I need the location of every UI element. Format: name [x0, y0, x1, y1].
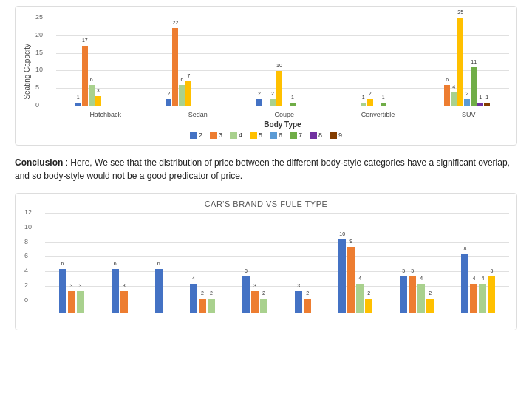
grid-label: 15	[35, 49, 43, 56]
bar: 11	[471, 67, 477, 106]
bar2: 4	[417, 284, 425, 313]
grid-label: 20	[35, 31, 43, 38]
bar: 6	[89, 85, 95, 106]
bar2: 2	[199, 299, 206, 313]
bar2: 6	[59, 269, 66, 313]
bar: 1	[381, 103, 386, 106]
bar2: 2	[208, 299, 215, 313]
bar2-value-label: 3	[297, 283, 300, 288]
legend-item: 3	[210, 132, 222, 139]
legend-color-swatch	[270, 132, 277, 139]
bar-value-label: 1	[485, 95, 488, 100]
bar-group2: 32	[295, 291, 311, 313]
bar2-value-label: 4	[192, 276, 195, 281]
x-axis-group-label: Coupe	[274, 111, 294, 118]
conclusion-section: Conclusion : Here, We see that the distr…	[15, 156, 517, 183]
legend-item: 9	[330, 132, 342, 139]
legend-label: 4	[239, 132, 242, 139]
bar-group-bars: 22267	[166, 28, 218, 106]
bar-group: 121	[347, 99, 400, 106]
bar-value-label: 22	[172, 20, 178, 25]
bar: 3	[95, 96, 101, 106]
conclusion-text: Here, We see that the distribution of pr…	[15, 157, 510, 181]
bar-value-label: 10	[276, 63, 282, 68]
bar-chart-area2: 121086420 633636422532321094255428445	[23, 213, 509, 324]
bar2: 3	[251, 291, 259, 313]
bar: 1	[484, 103, 490, 106]
page-container: Seating Capacity 2520151050 117632226722…	[0, 0, 532, 336]
bar-group2: 422	[190, 284, 215, 313]
bar-value-label: 25	[457, 10, 463, 15]
grid-label: 0	[24, 296, 28, 304]
legend-item: 4	[230, 132, 242, 139]
bar: 7	[185, 81, 191, 106]
legend-color-swatch	[230, 132, 237, 139]
bar-value-label: 1	[362, 95, 365, 100]
grid-label: 10	[24, 223, 32, 231]
bar2: 6	[155, 269, 163, 313]
bar-value-label: 4	[452, 84, 455, 89]
y-axis-label: Seating Capacity	[23, 44, 31, 100]
bar2-value-label: 6	[114, 261, 117, 266]
bar2-value-label: 4	[481, 276, 484, 281]
bar-group: 22101	[256, 71, 309, 106]
bar2: 5	[488, 276, 495, 313]
grid-line: 12	[45, 213, 509, 214]
bar2: 4	[190, 284, 197, 313]
bar2-value-label: 3	[70, 283, 73, 288]
legend-color-swatch	[210, 132, 217, 139]
bar2: 3	[77, 291, 84, 313]
legend-item: 5	[250, 132, 262, 139]
bar-group2: 532	[242, 276, 267, 313]
bar-group-bars: 121	[347, 99, 400, 106]
bar2-value-label: 3	[79, 283, 82, 288]
bar2: 10	[338, 239, 346, 313]
legend-label: 2	[199, 132, 202, 139]
bar-value-label: 3	[97, 88, 100, 93]
legend-label: 9	[338, 132, 342, 139]
bar-group: 11763	[75, 46, 128, 106]
bar2: 3	[120, 291, 128, 313]
bar: 2	[256, 99, 262, 106]
legend-color-swatch	[290, 132, 297, 139]
bar-group: 22267	[166, 28, 218, 106]
bar2-value-label: 2	[201, 290, 204, 296]
chart2-title: CAR'S BRAND VS FULE TYPE	[23, 200, 509, 208]
bar-groups-row2: 633636422532321094255428445	[45, 225, 509, 313]
conclusion-colon: :	[63, 157, 70, 168]
legend-color-swatch	[190, 132, 197, 139]
bar2: 4	[356, 284, 364, 313]
legend-item: 8	[310, 132, 322, 139]
grid-label: 12	[24, 208, 32, 216]
bar-group-bars: 642521111	[437, 18, 490, 106]
bar: 2	[464, 99, 470, 106]
bar: 25	[457, 18, 463, 106]
bar: 10	[276, 71, 282, 106]
x-axis-group-label: Sedan	[188, 111, 208, 118]
bar2: 5	[400, 276, 407, 313]
bar2-value-label: 5	[490, 268, 493, 273]
bar2: 5	[409, 276, 416, 313]
grid-label: 4	[24, 267, 28, 274]
legend-item: 2	[190, 132, 202, 139]
bar-value-label: 2	[466, 91, 468, 96]
bar2-value-label: 4	[420, 276, 423, 281]
grid-label: 10	[35, 66, 43, 73]
bar2: 2	[426, 299, 434, 313]
bar2-value-label: 2	[429, 290, 432, 296]
bar-group-bars: 11763	[75, 46, 128, 106]
x-axis-group-label: SUV	[462, 111, 476, 118]
bar2-value-label: 4	[358, 276, 361, 281]
bar-value-label: 1	[291, 95, 294, 100]
legend: 23456789	[23, 132, 509, 139]
x-axis-group-label: Hatchback	[89, 111, 121, 118]
bar-value-label: 1	[77, 95, 80, 100]
bar2-value-label: 3	[123, 283, 126, 288]
legend-label: 7	[299, 132, 302, 139]
grid-label: 5	[35, 83, 39, 91]
legend-label: 6	[279, 132, 282, 139]
bar2: 3	[295, 291, 302, 313]
bar: 1	[75, 103, 81, 106]
legend-color-swatch	[330, 132, 337, 139]
bar2: 2	[365, 299, 372, 313]
